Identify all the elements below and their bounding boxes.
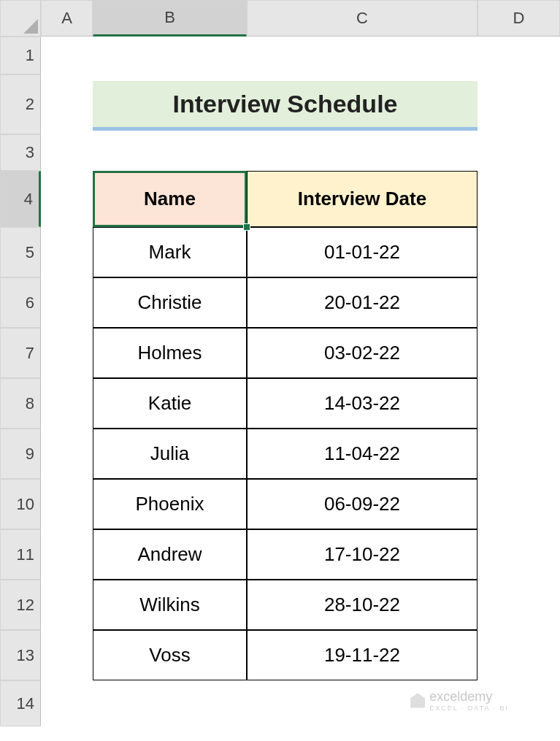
row-header-1[interactable]: 1 (0, 37, 41, 74)
sheet-title: Interview Schedule (93, 81, 477, 131)
row-header-9[interactable]: 9 (0, 429, 41, 479)
watermark: exceldemy EXCEL · DATA · BI (410, 689, 509, 712)
spreadsheet-grid: A B C D 1 2 3 4 5 6 7 8 9 10 11 12 13 14… (0, 0, 560, 726)
row-header-11[interactable]: 11 (0, 529, 41, 580)
cube-icon (410, 694, 425, 708)
col-header-B[interactable]: B (93, 0, 247, 37)
cell-date[interactable]: 01-01-22 (247, 227, 477, 277)
cell-name[interactable]: Holmes (93, 328, 247, 378)
title-cell[interactable]: Interview Schedule (93, 74, 477, 134)
cell-name[interactable]: Andrew (93, 529, 247, 580)
row-header-13[interactable]: 13 (0, 630, 41, 680)
cell-date[interactable]: 03-02-22 (247, 328, 477, 378)
row-header-8[interactable]: 8 (0, 378, 41, 429)
row-header-6[interactable]: 6 (0, 277, 41, 328)
row-header-14[interactable]: 14 (0, 680, 41, 726)
cell-name[interactable]: Voss (93, 630, 247, 680)
row-header-2[interactable]: 2 (0, 74, 41, 134)
cell-name[interactable]: Katie (93, 378, 247, 429)
row-header-4[interactable]: 4 (0, 171, 41, 227)
cell-name[interactable]: Phoenix (93, 479, 247, 529)
fill-handle[interactable] (243, 223, 250, 231)
row-header-12[interactable]: 12 (0, 580, 41, 630)
col-header-C[interactable]: C (247, 0, 477, 37)
cell-date[interactable]: 19-11-22 (247, 630, 477, 680)
cell-date[interactable]: 06-09-22 (247, 479, 477, 529)
col-header-A[interactable]: A (41, 0, 93, 37)
watermark-tag: EXCEL · DATA · BI (429, 704, 509, 712)
col-header-D[interactable]: D (477, 0, 560, 37)
cell-date[interactable]: 14-03-22 (247, 378, 477, 429)
cell-name[interactable]: Julia (93, 429, 247, 479)
row-header-7[interactable]: 7 (0, 328, 41, 378)
cell-date[interactable]: 11-04-22 (247, 429, 477, 479)
header-date[interactable]: Interview Date (247, 171, 477, 227)
cell-date[interactable]: 28-10-22 (247, 580, 477, 630)
cell-name[interactable]: Wilkins (93, 580, 247, 630)
select-all-corner[interactable] (0, 0, 41, 37)
header-name[interactable]: Name (93, 171, 247, 227)
cell-date[interactable]: 17-10-22 (247, 529, 477, 580)
row-header-10[interactable]: 10 (0, 479, 41, 529)
watermark-brand: exceldemy (429, 689, 492, 704)
row-header-3[interactable]: 3 (0, 134, 41, 171)
cell-name[interactable]: Mark (93, 227, 247, 277)
cell-date[interactable]: 20-01-22 (247, 277, 477, 328)
cell-name[interactable]: Christie (93, 277, 247, 328)
row-header-5[interactable]: 5 (0, 227, 41, 277)
